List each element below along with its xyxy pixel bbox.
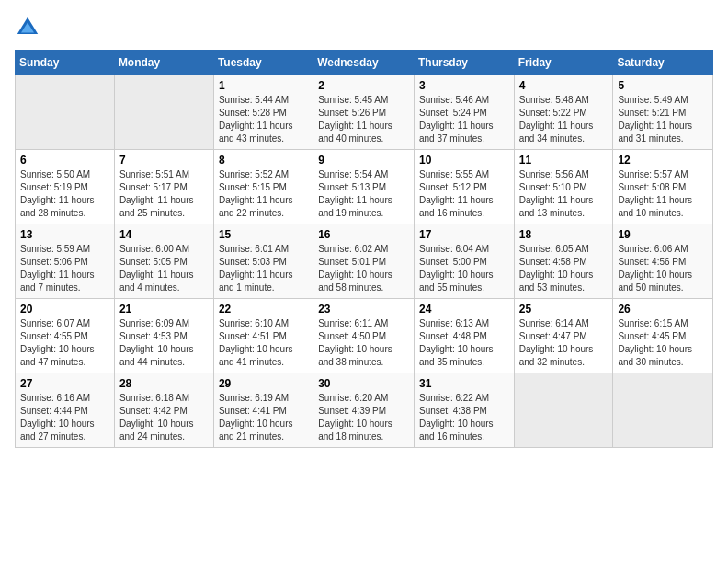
- day-detail: Sunrise: 5:55 AM Sunset: 5:12 PM Dayligh…: [419, 168, 509, 220]
- col-header-monday: Monday: [114, 51, 213, 75]
- logo-icon: [15, 15, 40, 40]
- day-number: 12: [618, 154, 708, 167]
- day-detail: Sunrise: 5:45 AM Sunset: 5:26 PM Dayligh…: [318, 94, 409, 145]
- day-detail: Sunrise: 6:18 AM Sunset: 4:42 PM Dayligh…: [119, 392, 209, 443]
- day-number: 28: [119, 377, 209, 390]
- day-detail: Sunrise: 5:44 AM Sunset: 5:28 PM Dayligh…: [219, 94, 308, 145]
- calendar-cell: [16, 75, 115, 150]
- logo: [15, 15, 44, 40]
- calendar-cell: 10Sunrise: 5:55 AM Sunset: 5:12 PM Dayli…: [414, 150, 514, 224]
- calendar-table: SundayMondayTuesdayWednesdayThursdayFrid…: [15, 50, 713, 448]
- day-number: 20: [20, 303, 109, 316]
- day-detail: Sunrise: 5:54 AM Sunset: 5:13 PM Dayligh…: [318, 168, 409, 220]
- calendar-cell: 9Sunrise: 5:54 AM Sunset: 5:13 PM Daylig…: [313, 150, 415, 224]
- col-header-saturday: Saturday: [613, 51, 713, 75]
- day-detail: Sunrise: 5:56 AM Sunset: 5:10 PM Dayligh…: [519, 168, 609, 220]
- calendar-cell: 20Sunrise: 6:07 AM Sunset: 4:55 PM Dayli…: [16, 299, 115, 373]
- calendar-cell: 13Sunrise: 5:59 AM Sunset: 5:06 PM Dayli…: [16, 224, 115, 299]
- calendar-cell: 7Sunrise: 5:51 AM Sunset: 5:17 PM Daylig…: [114, 150, 213, 224]
- day-detail: Sunrise: 6:11 AM Sunset: 4:50 PM Dayligh…: [318, 317, 409, 369]
- day-number: 5: [618, 79, 708, 92]
- calendar-week-row: 20Sunrise: 6:07 AM Sunset: 4:55 PM Dayli…: [16, 299, 713, 373]
- day-detail: Sunrise: 5:50 AM Sunset: 5:19 PM Dayligh…: [20, 168, 109, 220]
- day-detail: Sunrise: 6:15 AM Sunset: 4:45 PM Dayligh…: [618, 317, 708, 369]
- calendar-cell: [613, 373, 713, 448]
- calendar-week-row: 27Sunrise: 6:16 AM Sunset: 4:44 PM Dayli…: [16, 373, 713, 448]
- calendar-cell: 2Sunrise: 5:45 AM Sunset: 5:26 PM Daylig…: [313, 75, 415, 150]
- page-header: [15, 15, 713, 40]
- day-number: 10: [419, 154, 509, 167]
- calendar-cell: 1Sunrise: 5:44 AM Sunset: 5:28 PM Daylig…: [213, 75, 313, 150]
- calendar-cell: 16Sunrise: 6:02 AM Sunset: 5:01 PM Dayli…: [313, 224, 415, 299]
- calendar-cell: [114, 75, 213, 150]
- calendar-cell: 4Sunrise: 5:48 AM Sunset: 5:22 PM Daylig…: [514, 75, 613, 150]
- day-detail: Sunrise: 5:57 AM Sunset: 5:08 PM Dayligh…: [618, 168, 708, 220]
- day-number: 13: [20, 228, 109, 241]
- calendar-cell: 24Sunrise: 6:13 AM Sunset: 4:48 PM Dayli…: [414, 299, 514, 373]
- day-number: 15: [219, 228, 308, 241]
- day-number: 19: [618, 228, 708, 241]
- calendar-cell: 6Sunrise: 5:50 AM Sunset: 5:19 PM Daylig…: [16, 150, 115, 224]
- day-number: 23: [318, 303, 409, 316]
- day-detail: Sunrise: 6:01 AM Sunset: 5:03 PM Dayligh…: [219, 243, 308, 294]
- day-number: 17: [419, 228, 509, 241]
- calendar-cell: 18Sunrise: 6:05 AM Sunset: 4:58 PM Dayli…: [514, 224, 613, 299]
- day-number: 27: [20, 377, 109, 390]
- calendar-header-row: SundayMondayTuesdayWednesdayThursdayFrid…: [16, 51, 713, 75]
- day-detail: Sunrise: 6:13 AM Sunset: 4:48 PM Dayligh…: [419, 317, 509, 369]
- calendar-week-row: 6Sunrise: 5:50 AM Sunset: 5:19 PM Daylig…: [16, 150, 713, 224]
- day-detail: Sunrise: 5:51 AM Sunset: 5:17 PM Dayligh…: [119, 168, 209, 220]
- calendar-cell: 12Sunrise: 5:57 AM Sunset: 5:08 PM Dayli…: [613, 150, 713, 224]
- day-number: 3: [419, 79, 509, 92]
- day-detail: Sunrise: 6:22 AM Sunset: 4:38 PM Dayligh…: [419, 392, 509, 443]
- calendar-week-row: 1Sunrise: 5:44 AM Sunset: 5:28 PM Daylig…: [16, 75, 713, 150]
- day-number: 8: [219, 154, 308, 167]
- day-number: 7: [119, 154, 209, 167]
- col-header-sunday: Sunday: [16, 51, 115, 75]
- day-detail: Sunrise: 6:14 AM Sunset: 4:47 PM Dayligh…: [519, 317, 609, 369]
- calendar-cell: 28Sunrise: 6:18 AM Sunset: 4:42 PM Dayli…: [114, 373, 213, 448]
- col-header-friday: Friday: [514, 51, 613, 75]
- day-detail: Sunrise: 6:04 AM Sunset: 5:00 PM Dayligh…: [419, 243, 509, 294]
- calendar-cell: 8Sunrise: 5:52 AM Sunset: 5:15 PM Daylig…: [213, 150, 313, 224]
- day-detail: Sunrise: 6:07 AM Sunset: 4:55 PM Dayligh…: [20, 317, 109, 369]
- day-detail: Sunrise: 6:16 AM Sunset: 4:44 PM Dayligh…: [20, 392, 109, 443]
- calendar-week-row: 13Sunrise: 5:59 AM Sunset: 5:06 PM Dayli…: [16, 224, 713, 299]
- calendar-cell: 26Sunrise: 6:15 AM Sunset: 4:45 PM Dayli…: [613, 299, 713, 373]
- day-number: 21: [119, 303, 209, 316]
- day-detail: Sunrise: 6:02 AM Sunset: 5:01 PM Dayligh…: [318, 243, 409, 294]
- calendar-cell: 21Sunrise: 6:09 AM Sunset: 4:53 PM Dayli…: [114, 299, 213, 373]
- day-number: 18: [519, 228, 609, 241]
- day-number: 26: [618, 303, 708, 316]
- calendar-cell: 29Sunrise: 6:19 AM Sunset: 4:41 PM Dayli…: [213, 373, 313, 448]
- calendar-cell: 19Sunrise: 6:06 AM Sunset: 4:56 PM Dayli…: [613, 224, 713, 299]
- day-number: 11: [519, 154, 609, 167]
- day-number: 1: [219, 79, 308, 92]
- calendar-cell: 30Sunrise: 6:20 AM Sunset: 4:39 PM Dayli…: [313, 373, 415, 448]
- day-number: 25: [519, 303, 609, 316]
- calendar-cell: 17Sunrise: 6:04 AM Sunset: 5:00 PM Dayli…: [414, 224, 514, 299]
- day-detail: Sunrise: 5:46 AM Sunset: 5:24 PM Dayligh…: [419, 94, 509, 145]
- day-detail: Sunrise: 6:00 AM Sunset: 5:05 PM Dayligh…: [119, 243, 209, 294]
- day-number: 30: [318, 377, 409, 390]
- day-detail: Sunrise: 5:48 AM Sunset: 5:22 PM Dayligh…: [519, 94, 609, 145]
- day-number: 16: [318, 228, 409, 241]
- day-number: 2: [318, 79, 409, 92]
- day-detail: Sunrise: 6:10 AM Sunset: 4:51 PM Dayligh…: [219, 317, 308, 369]
- calendar-cell: 3Sunrise: 5:46 AM Sunset: 5:24 PM Daylig…: [414, 75, 514, 150]
- calendar-cell: 22Sunrise: 6:10 AM Sunset: 4:51 PM Dayli…: [213, 299, 313, 373]
- calendar-cell: 5Sunrise: 5:49 AM Sunset: 5:21 PM Daylig…: [613, 75, 713, 150]
- day-number: 22: [219, 303, 308, 316]
- calendar-cell: 11Sunrise: 5:56 AM Sunset: 5:10 PM Dayli…: [514, 150, 613, 224]
- day-detail: Sunrise: 5:59 AM Sunset: 5:06 PM Dayligh…: [20, 243, 109, 294]
- col-header-tuesday: Tuesday: [213, 51, 313, 75]
- day-detail: Sunrise: 6:19 AM Sunset: 4:41 PM Dayligh…: [219, 392, 308, 443]
- day-number: 6: [20, 154, 109, 167]
- calendar-cell: 14Sunrise: 6:00 AM Sunset: 5:05 PM Dayli…: [114, 224, 213, 299]
- calendar-cell: 23Sunrise: 6:11 AM Sunset: 4:50 PM Dayli…: [313, 299, 415, 373]
- calendar-cell: 15Sunrise: 6:01 AM Sunset: 5:03 PM Dayli…: [213, 224, 313, 299]
- calendar-cell: 27Sunrise: 6:16 AM Sunset: 4:44 PM Dayli…: [16, 373, 115, 448]
- day-detail: Sunrise: 6:05 AM Sunset: 4:58 PM Dayligh…: [519, 243, 609, 294]
- day-number: 29: [219, 377, 308, 390]
- calendar-cell: 25Sunrise: 6:14 AM Sunset: 4:47 PM Dayli…: [514, 299, 613, 373]
